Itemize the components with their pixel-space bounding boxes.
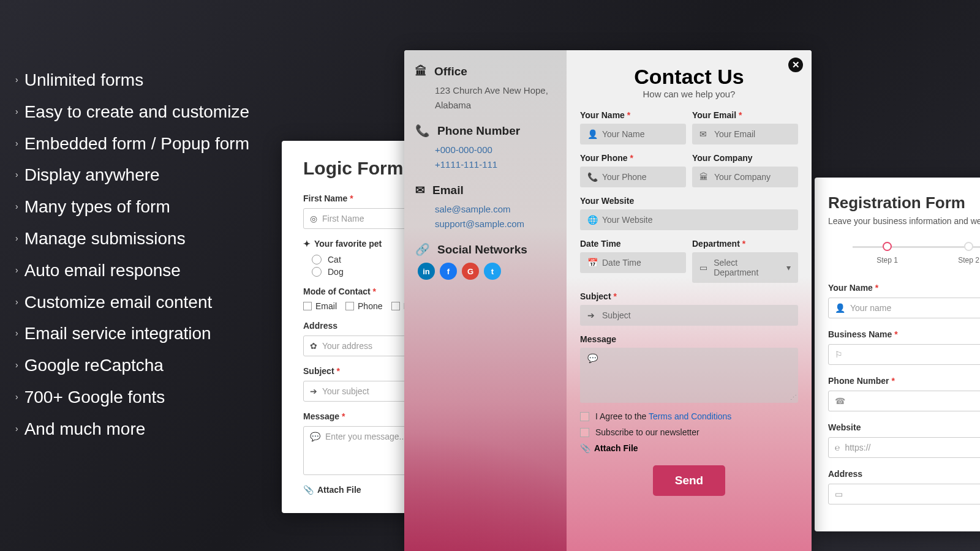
agree-checkbox[interactable]: I Agree to the Terms and Conditions [580,411,798,421]
phone-icon: 📞 [587,172,596,182]
step-1[interactable]: Step 1 [846,242,928,264]
chevron-right-icon: › [15,167,18,183]
person-icon: ✦ [303,239,311,249]
chevron-right-icon: › [15,389,18,405]
arrow-right-icon: ➔ [587,310,596,320]
mode-email[interactable]: Email [303,301,337,311]
reg-biz-input[interactable]: ⚐ [828,344,980,365]
csubject-label: Subject [580,291,798,301]
social-heading: 🔗Social Networks [415,242,556,257]
reg-subtitle: Leave your business information and we'l… [828,216,980,226]
chevron-right-icon: › [15,104,18,120]
globe-icon: 🌐 [587,215,596,225]
chevron-right-icon: › [15,231,18,247]
feature-item: ›Customize email content [15,287,249,318]
feature-item: ›700+ Google fonts [15,381,249,413]
facebook-icon[interactable]: f [440,263,457,280]
close-button[interactable]: ✕ [788,58,803,72]
phone-heading: 📞Phone Number [415,124,556,138]
registration-form-card: Registration Form Leave your business in… [815,178,980,531]
feature-item: ›Display anywhere [15,159,249,191]
globe-icon: ℮ [835,443,840,452]
date-label: Date Time [580,239,686,249]
phone-2[interactable]: +1111-111-111 [435,157,556,172]
office-heading: 🏛Office [415,65,556,78]
paperclip-icon: 📎 [580,443,590,453]
chevron-right-icon: › [15,326,18,342]
building-icon: 🏛 [415,65,427,78]
building-icon: 🏛 [699,172,708,182]
feature-item: ›Email service integration [15,318,249,350]
email-2[interactable]: support@sample.com [435,217,556,231]
bookmark-icon: ⚐ [835,350,843,359]
close-icon: ✕ [792,59,800,70]
company-input[interactable]: 🏛Your Company [692,167,798,187]
linkedin-icon[interactable]: in [418,263,435,280]
email-heading: ✉Email [415,183,556,197]
contact-subtitle: How can we help you? [580,89,798,99]
chevron-right-icon: › [15,358,18,373]
calendar-icon: 📅 [587,258,596,268]
card-icon: ▭ [835,489,843,499]
office-address: 123 Church Ave New Hope, Alabama [435,83,556,113]
email-label: Your Email [692,110,798,120]
arrow-right-icon: ➔ [310,386,317,396]
phone-icon: ☎ [835,396,845,406]
user-icon: 👤 [835,303,845,313]
date-input[interactable]: 📅Date Time [580,252,686,273]
cmessage-textarea[interactable]: 💬⋰ [580,348,798,403]
feature-item: ›Manage submissions [15,223,249,255]
feature-item: ›Many types of form [15,191,249,223]
envelope-icon: ✉ [415,183,425,197]
website-label: Your Website [580,196,798,206]
mode-phone[interactable]: Phone [345,301,382,311]
phone-1[interactable]: +000-000-000 [435,143,556,157]
chevron-right-icon: › [15,294,18,310]
email-1[interactable]: sale@sample.com [435,202,556,217]
resize-handle-icon[interactable]: ⋰ [790,394,797,402]
gear-icon: ✿ [310,341,317,351]
terms-link[interactable]: Terms and Conditions [649,411,731,421]
email-input[interactable]: ✉Your Email [692,124,798,144]
google-icon[interactable]: G [462,263,479,280]
twitter-icon[interactable]: t [484,263,501,280]
social-links: in f G t [418,263,556,280]
phone-input[interactable]: 📞Your Phone [580,167,686,187]
reg-web-input[interactable]: ℮https:// [828,437,980,458]
csubject-input[interactable]: ➔Subject [580,305,798,326]
send-button[interactable]: Send [653,465,725,496]
feature-item: ›Easy to create and customize [15,96,249,128]
chevron-right-icon: › [15,199,18,215]
feature-item: ›Google reCaptcha [15,350,249,381]
reg-phone-input[interactable]: ☎ [828,391,980,411]
feature-item: ›Unlimited forms [15,64,249,96]
paperclip-icon: 📎 [303,485,314,495]
newsletter-checkbox[interactable]: Subscribe to our newsletter [580,427,798,437]
reg-title: Registration Form [828,193,980,212]
step-2[interactable]: Step 2 [928,242,980,264]
contact-sidebar: 🏛Office 123 Church Ave New Hope, Alabama… [404,50,567,551]
reg-phone-label: Phone Number [828,376,980,386]
speech-icon: 💬 [310,432,320,441]
user-icon: 👤 [587,129,596,139]
name-label: Your Name [580,110,686,120]
cmessage-label: Message [580,334,798,344]
link-icon: 🔗 [415,242,430,257]
contact-title: Contact Us [580,65,798,89]
reg-name-input[interactable]: 👤Your name [828,298,980,318]
feature-item: ›And much more [15,413,249,445]
reg-addr-input[interactable]: ▭ [828,484,980,504]
checkbox-icon [303,302,312,310]
name-input[interactable]: 👤Your Name [580,124,686,144]
chevron-right-icon: › [15,263,18,279]
reg-name-label: Your Name [828,283,980,293]
checkbox-icon [580,428,589,437]
radio-icon [312,255,322,264]
feature-item: ›Auto email response [15,255,249,287]
target-icon: ◎ [310,214,317,223]
checkbox-icon [391,302,400,310]
dept-select[interactable]: ▭Select Department ▾ [692,252,798,283]
contact-attach-button[interactable]: 📎Attach File [580,443,798,453]
id-card-icon: ▭ [699,263,707,272]
website-input[interactable]: 🌐Your Website [580,209,798,230]
